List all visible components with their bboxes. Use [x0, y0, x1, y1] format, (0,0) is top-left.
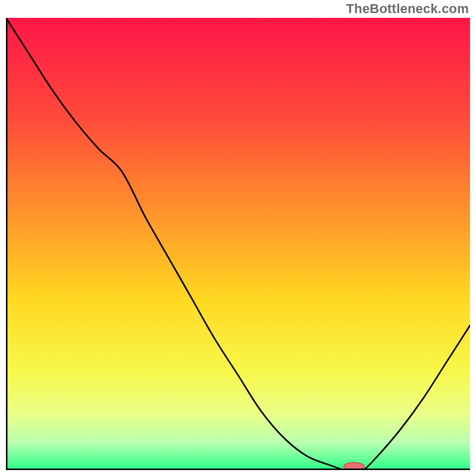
watermark-text: TheBottleneck.com	[346, 1, 469, 17]
chart-frame: TheBottleneck.com	[0, 0, 476, 476]
bottleneck-chart	[6, 18, 470, 470]
plot-area	[6, 18, 470, 470]
gradient-background	[6, 18, 470, 470]
